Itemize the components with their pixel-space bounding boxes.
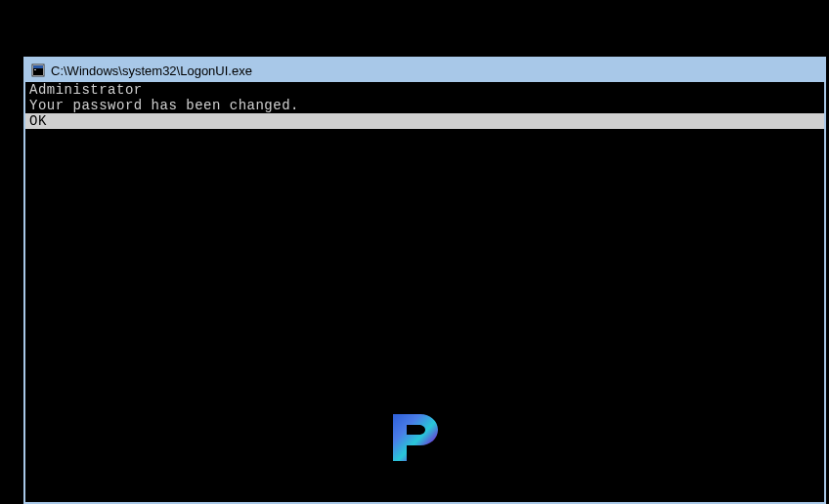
message-line: Your password has been changed.: [25, 98, 824, 113]
watermark-logo: [383, 406, 446, 469]
svg-rect-1: [33, 65, 43, 68]
console-icon: [31, 63, 45, 77]
titlebar[interactable]: C:\Windows\system32\LogonUI.exe: [25, 59, 824, 82]
svg-rect-3: [34, 69, 36, 70]
ok-button[interactable]: OK: [25, 113, 824, 129]
username-line: Administrator: [25, 82, 824, 98]
window-title: C:\Windows\system32\LogonUI.exe: [51, 63, 252, 78]
